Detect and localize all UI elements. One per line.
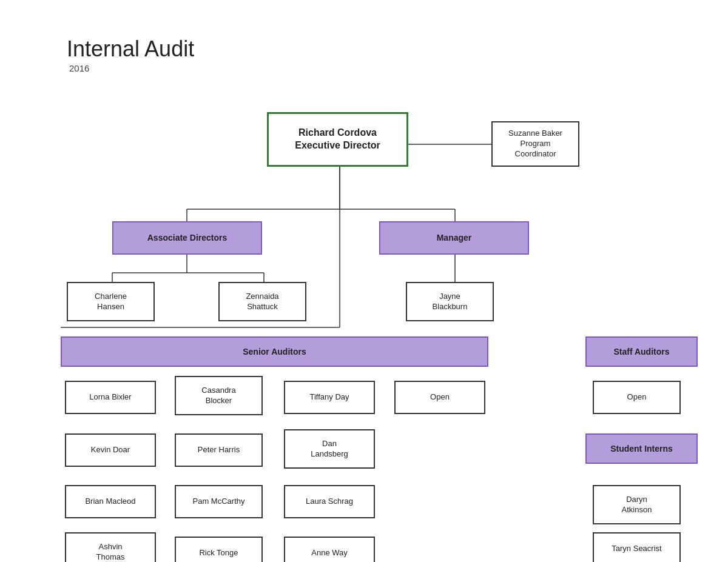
box-dan: Dan Landsberg bbox=[284, 429, 375, 469]
box-casandra: Casandra Blocker bbox=[175, 376, 263, 415]
box-open1: Open bbox=[394, 381, 485, 414]
box-ashvin: Ashvin Thomas bbox=[65, 532, 156, 562]
box-student-interns: Student Interns bbox=[585, 433, 698, 464]
box-associate-directors: Associate Directors bbox=[112, 221, 262, 255]
box-staff-auditors: Staff Auditors bbox=[585, 336, 698, 367]
box-suzanne: Suzanne Baker Program Coordinator bbox=[491, 121, 579, 167]
box-jayne: Jayne Blackburn bbox=[406, 282, 494, 321]
box-zennaida: Zennaida Shattuck bbox=[218, 282, 306, 321]
box-kevin: Kevin Doar bbox=[65, 433, 156, 467]
box-richard: Richard Cordova Executive Director bbox=[267, 112, 408, 167]
box-anne: Anne Way bbox=[284, 537, 375, 562]
box-pam: Pam McCarthy bbox=[175, 485, 263, 518]
box-daryn: Daryn Atkinson bbox=[593, 485, 681, 524]
box-laura: Laura Schrag bbox=[284, 485, 375, 518]
box-manager: Manager bbox=[379, 221, 529, 255]
box-charlene: Charlene Hansen bbox=[67, 282, 155, 321]
box-open2-staff: Open bbox=[593, 381, 681, 414]
box-lorna: Lorna Bixler bbox=[65, 381, 156, 414]
box-taryn: Taryn Seacrist bbox=[593, 532, 681, 562]
box-brian: Brian Macleod bbox=[65, 485, 156, 518]
box-rick: Rick Tonge bbox=[175, 537, 263, 562]
org-chart: Richard Cordova Executive Director Suzan… bbox=[0, 0, 728, 562]
box-peter: Peter Harris bbox=[175, 433, 263, 467]
box-senior-auditors: Senior Auditors bbox=[61, 336, 488, 367]
box-tiffany: Tiffany Day bbox=[284, 381, 375, 414]
